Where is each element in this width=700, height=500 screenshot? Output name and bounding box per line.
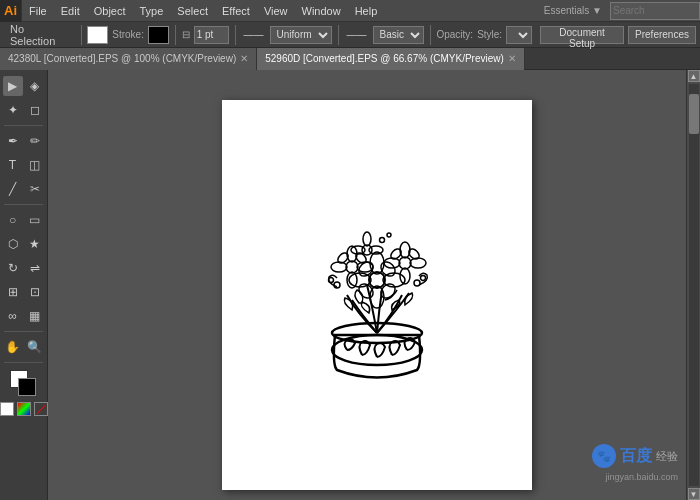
menu-window[interactable]: Window [295,0,348,22]
tool-row-4: T ◫ [0,153,47,177]
style-select[interactable] [506,26,532,44]
menu-effect[interactable]: Effect [215,0,257,22]
color-swatches [0,366,47,420]
baidu-icon: 🐾 [592,444,616,468]
menu-type[interactable]: Type [133,0,171,22]
ellipse-tool[interactable]: ○ [3,210,23,230]
scroll-track-vertical[interactable] [689,84,699,486]
svg-point-29 [334,282,340,288]
svg-point-8 [378,259,398,279]
tool-row-6: ○ ▭ [0,208,47,232]
tab-0[interactable]: 42380L [Converted].EPS @ 100% (CMYK/Prev… [0,48,257,70]
tool-row-11: ✋ 🔍 [0,335,47,359]
ai-logo: Ai [0,0,22,22]
white-swatch[interactable] [0,402,14,416]
blob-brush-tool[interactable]: ★ [25,234,45,254]
type-tool[interactable]: T [3,155,23,175]
brush-select[interactable]: Basic [373,26,424,44]
tab-0-close[interactable]: ✕ [240,53,248,64]
paintbrush-tool[interactable]: ⬡ [3,234,23,254]
stroke-width-input[interactable] [194,26,229,44]
zoom-tool[interactable]: 🔍 [25,337,45,357]
tab-1[interactable]: 52960D [Converted].EPS @ 66.67% (CMYK/Pr… [257,48,525,70]
tool-row-5: ╱ ✂ [0,177,47,201]
svg-point-21 [384,258,400,268]
tab-bar: 42380L [Converted].EPS @ 100% (CMYK/Prev… [0,48,700,70]
tool-row-8: ↻ ⇌ [0,256,47,280]
scroll-down-arrow[interactable]: ▼ [688,488,700,500]
select-tool[interactable]: ▶ [3,76,23,96]
line-tool[interactable]: ╱ [3,179,23,199]
fill-swatch[interactable] [87,26,108,44]
svg-point-14 [331,262,347,272]
svg-point-19 [400,242,410,258]
pencil-tool[interactable]: ✏ [25,131,45,151]
search-input[interactable] [610,2,700,20]
menu-object[interactable]: Object [87,0,133,22]
options-bar: No Selection Stroke: ⊟ —— Uniform —— Bas… [0,22,700,48]
baidu-logo-row: 🐾 百度 经验 [592,444,678,468]
rect-tool[interactable]: ▭ [25,210,45,230]
options-divider-1 [81,25,82,45]
left-toolbar: ▶ ◈ ✦ ◻ ✒ ✏ T ◫ ╱ ✂ ○ ▭ ⬡ ★ ↻ [0,70,48,500]
swatch-bottom-row [0,402,48,416]
menu-help[interactable]: Help [348,0,385,22]
opacity-label: Opacity: [436,29,473,40]
options-divider-5 [430,25,431,45]
scissors-tool[interactable]: ✂ [25,179,45,199]
swatch-container[interactable] [10,370,38,398]
canvas-area: 🐾 百度 经验 jingyan.baidu.com [48,70,686,500]
options-divider-2 [175,25,176,45]
scale-tool[interactable]: ⊞ [3,282,23,302]
menu-bar: Ai File Edit Object Type Select Effect V… [0,0,700,22]
gradient-swatch[interactable] [17,402,31,416]
stroke-color-swatch[interactable] [18,378,36,396]
svg-point-22 [410,258,426,268]
watermark: 🐾 百度 经验 jingyan.baidu.com [592,444,678,482]
menu-view[interactable]: View [257,0,295,22]
menu-file[interactable]: File [22,0,54,22]
rotate-tool[interactable]: ↻ [3,258,23,278]
reshape-tool[interactable]: ⊡ [25,282,45,302]
tool-row-9: ⊞ ⊡ [0,280,47,304]
scroll-thumb-vertical[interactable] [689,94,699,134]
options-divider-4 [338,25,339,45]
svg-point-11 [346,261,358,273]
hand-tool[interactable]: ✋ [3,337,23,357]
right-scrollbar: ▲ ▼ [686,70,700,500]
tool-row-3: ✒ ✏ [0,129,47,153]
stroke-swatch[interactable] [148,26,169,44]
svg-point-32 [421,276,426,281]
tool-row-10: ∞ ▦ [0,304,47,328]
baidu-text: 百度 [620,446,652,467]
jingyan-label: 经验 [656,449,678,464]
tab-1-close[interactable]: ✕ [508,53,516,64]
tool-row-1: ▶ ◈ [0,74,47,98]
stroke-type-select[interactable]: Uniform [270,26,332,44]
direct-select-tool[interactable]: ◈ [25,76,45,96]
tool-row-7: ⬡ ★ [0,232,47,256]
flower-artwork [297,195,457,395]
svg-point-9 [356,281,376,301]
none-swatch[interactable] [34,402,48,416]
pen-tool[interactable]: ✒ [3,131,23,151]
scroll-up-arrow[interactable]: ▲ [688,70,700,82]
column-graph-tool[interactable]: ▦ [25,306,45,326]
menu-edit[interactable]: Edit [54,0,87,22]
stroke-label: Stroke: [112,29,144,40]
watermark-url: jingyan.baidu.com [605,472,678,482]
style-label: Style: [477,29,502,40]
menu-select[interactable]: Select [170,0,215,22]
magic-wand-tool[interactable]: ✦ [3,100,23,120]
lasso-tool[interactable]: ◻ [25,100,45,120]
preferences-button[interactable]: Preferences [628,26,696,44]
tool-divider-4 [4,362,43,363]
blend-tool[interactable]: ∞ [3,306,23,326]
tab-0-label: 42380L [Converted].EPS @ 100% (CMYK/Prev… [8,53,236,64]
area-type-tool[interactable]: ◫ [25,155,45,175]
svg-point-33 [380,238,385,243]
tool-divider-2 [4,204,43,205]
document-setup-button[interactable]: Document Setup [540,26,624,44]
reflect-tool[interactable]: ⇌ [25,258,45,278]
svg-point-26 [363,232,371,246]
